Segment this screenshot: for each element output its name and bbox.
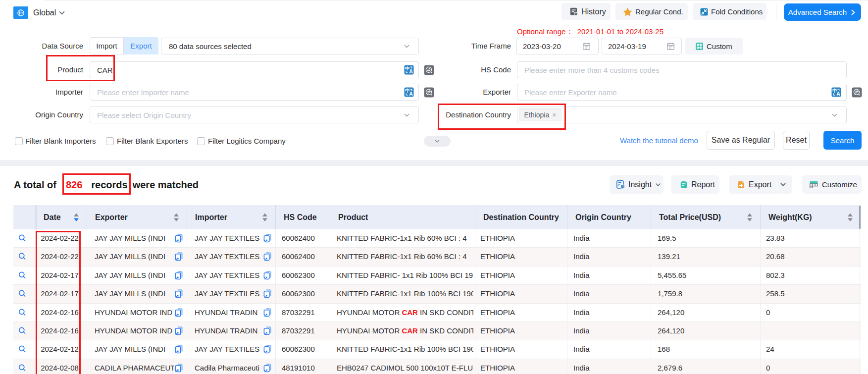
svg-text:A: A [836, 91, 840, 97]
svg-text:A: A [409, 68, 413, 74]
svg-text:A: A [409, 91, 413, 97]
